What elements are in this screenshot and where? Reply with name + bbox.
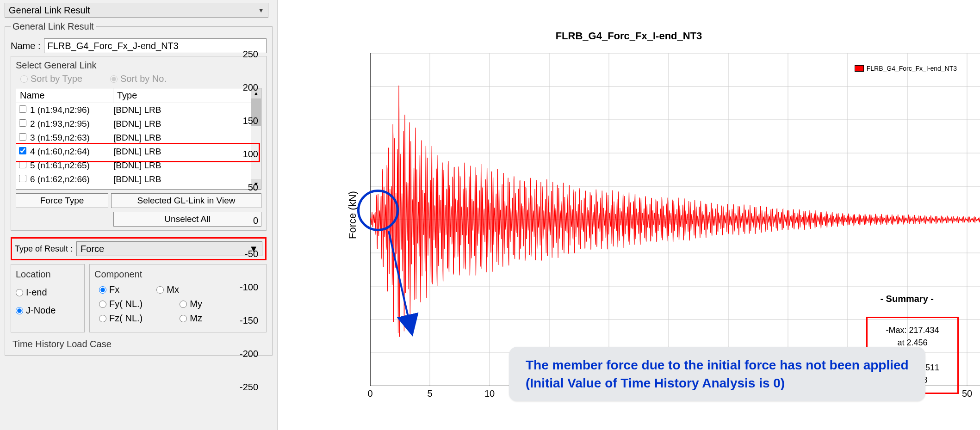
y-tick: -100 (230, 282, 258, 293)
type-result-label: Type of Result : (15, 244, 73, 254)
chart-area: FLRB_G4_Forc_Fx_I-end_NT3 Force (kN) 250… (278, 0, 980, 430)
y-tick: 150 (230, 116, 258, 126)
chart-legend: FLRB_G4_Forc_Fx_I-end_NT3 (855, 65, 957, 72)
annotation-circle (357, 190, 399, 231)
list-check[interactable] (19, 133, 26, 141)
th-load-case-title: Time History Load Case (11, 339, 267, 350)
x-tick: 50 (958, 388, 976, 399)
y-tick: 0 (230, 215, 258, 226)
selected-gl-link-button[interactable]: Selected GL-Link in View (111, 193, 261, 208)
component-title: Component (94, 269, 261, 280)
force-type-button[interactable]: Force Type (16, 193, 108, 208)
link-listbox[interactable]: Name Type 1 (n1:94,n2:96) [BDNL] LRB 2 (… (16, 88, 261, 190)
select-general-link-group: Select General Link Sort by Type Sort by… (11, 56, 267, 231)
legend-label: FLRB_G4_Forc_Fx_I-end_NT3 (867, 65, 957, 72)
component-mx-radio[interactable]: Mx (156, 284, 179, 295)
list-check[interactable] (19, 147, 26, 154)
list-check[interactable] (19, 105, 26, 113)
list-item[interactable]: 5 (n1:61,n2:65) [BDNL] LRB (16, 159, 261, 172)
legend-color-swatch (855, 65, 864, 72)
y-tick: -150 (230, 315, 258, 326)
list-header-name: Name (16, 88, 113, 103)
component-fy-radio[interactable]: Fy( NL.) (99, 299, 143, 309)
y-axis-label: Force (kN) (347, 191, 359, 239)
result-type-combo[interactable]: General Link Result ▼ (5, 3, 268, 18)
component-fz-radio[interactable]: Fz( NL.) (99, 313, 143, 324)
location-group: Location I-end J-Node (11, 264, 85, 332)
type-of-result-row: Type of Result : Force ▼ (11, 237, 267, 260)
y-tick: 250 (230, 49, 258, 60)
summary-max-at: at 2.456 (873, 338, 952, 348)
x-tick: 10 (480, 388, 499, 399)
sort-by-no-radio: Sort by No. (110, 74, 167, 84)
callout-line1: The member force due to the initial forc… (526, 356, 909, 374)
location-title: Location (16, 269, 80, 280)
component-mz-radio[interactable]: Mz (180, 313, 202, 324)
list-check[interactable] (19, 161, 26, 168)
summary-max: -Max: 217.434 (873, 326, 952, 335)
chevron-down-icon: ▼ (258, 6, 264, 14)
group-title: General Link Result (11, 21, 96, 32)
y-tick: -250 (230, 382, 258, 393)
name-label: Name : (11, 41, 40, 51)
component-my-radio[interactable]: My (180, 299, 202, 309)
list-item[interactable]: 2 (n1:93,n2:95) [BDNL] LRB (16, 117, 261, 131)
component-fx-radio[interactable]: Fx (99, 284, 119, 295)
y-tick: -200 (230, 349, 258, 359)
y-tick: 100 (230, 149, 258, 160)
list-check[interactable] (19, 175, 26, 182)
chart-title: FLRB_G4_Forc_Fx_I-end_NT3 (556, 30, 702, 42)
location-jnode-radio[interactable]: J-Node (16, 305, 80, 316)
result-type-combo-text: General Link Result (9, 5, 90, 16)
annotation-callout: The member force due to the initial forc… (509, 347, 925, 401)
select-link-title: Select General Link (16, 60, 261, 71)
x-tick: 5 (421, 388, 439, 399)
y-tick: -50 (230, 249, 258, 259)
list-item[interactable]: 1 (n1:94,n2:96) [BDNL] LRB (16, 103, 261, 117)
sort-by-type-radio: Sort by Type (20, 74, 82, 84)
y-tick: 50 (230, 182, 258, 193)
callout-line2: (Initial Value of Time History Analysis … (526, 374, 909, 392)
location-iend-radio[interactable]: I-end (16, 287, 80, 298)
list-item[interactable]: 6 (n1:62,n2:66) [BDNL] LRB (16, 172, 261, 186)
y-tick: 200 (230, 82, 258, 93)
summary-title: - Summary - (880, 294, 934, 304)
list-item[interactable]: 3 (n1:59,n2:63) [BDNL] LRB (16, 131, 261, 145)
list-check[interactable] (19, 119, 26, 127)
list-scrollbar[interactable]: ▲ ▼ (251, 88, 261, 189)
list-item[interactable]: 4 (n1:60,n2:64) [BDNL] LRB (16, 145, 261, 159)
left-panel: General Link Result ▼ General Link Resul… (0, 0, 278, 430)
x-tick: 0 (361, 388, 379, 399)
